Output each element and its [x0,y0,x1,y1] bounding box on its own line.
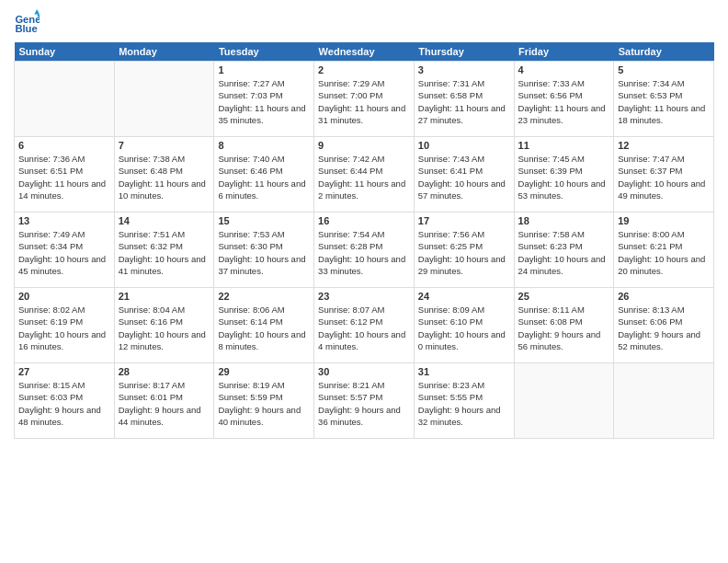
day-number: 18 [518,215,610,226]
calendar-cell: 11Sunrise: 7:45 AM Sunset: 6:39 PM Dayli… [514,137,614,213]
day-info: Sunrise: 7:54 AM Sunset: 6:28 PM Dayligh… [318,228,410,277]
day-number: 25 [518,291,610,302]
calendar-cell: 12Sunrise: 7:47 AM Sunset: 6:37 PM Dayli… [614,137,714,213]
calendar-cell: 1Sunrise: 7:27 AM Sunset: 7:03 PM Daylig… [214,62,314,137]
day-number: 5 [618,64,710,75]
day-number: 9 [318,140,410,151]
day-number: 8 [218,140,310,151]
day-number: 20 [18,291,110,302]
calendar-week-row: 27Sunrise: 8:15 AM Sunset: 6:03 PM Dayli… [15,363,714,439]
day-number: 19 [618,215,710,226]
day-number: 24 [418,291,510,302]
day-info: Sunrise: 8:19 AM Sunset: 5:59 PM Dayligh… [218,379,310,428]
day-number: 31 [418,366,510,377]
calendar-cell: 2Sunrise: 7:29 AM Sunset: 7:00 PM Daylig… [314,62,415,137]
day-info: Sunrise: 8:00 AM Sunset: 6:21 PM Dayligh… [618,228,710,277]
day-number: 29 [218,366,310,377]
header: General Blue [14,9,714,35]
day-info: Sunrise: 8:02 AM Sunset: 6:19 PM Dayligh… [18,304,110,352]
day-number: 17 [418,215,510,226]
day-info: Sunrise: 7:43 AM Sunset: 6:41 PM Dayligh… [418,153,510,201]
logo-icon: General Blue [14,9,40,35]
calendar-cell: 7Sunrise: 7:38 AM Sunset: 6:48 PM Daylig… [114,137,214,213]
weekday-row: SundayMondayTuesdayWednesdayThursdayFrid… [15,42,714,62]
weekday-header: Monday [114,42,214,62]
calendar-cell: 9Sunrise: 7:42 AM Sunset: 6:44 PM Daylig… [314,137,415,213]
day-number: 26 [618,291,710,302]
day-info: Sunrise: 7:51 AM Sunset: 6:32 PM Dayligh… [119,228,210,277]
calendar-cell: 13Sunrise: 7:49 AM Sunset: 6:34 PM Dayli… [15,213,115,288]
weekday-header: Tuesday [214,42,314,62]
day-number: 3 [418,64,510,75]
day-number: 4 [518,64,610,75]
calendar-cell: 23Sunrise: 8:07 AM Sunset: 6:12 PM Dayli… [314,288,415,363]
day-info: Sunrise: 7:42 AM Sunset: 6:44 PM Dayligh… [318,153,410,201]
day-number: 6 [18,140,110,151]
day-number: 11 [518,140,610,151]
calendar-cell: 29Sunrise: 8:19 AM Sunset: 5:59 PM Dayli… [214,363,314,439]
calendar-cell: 4Sunrise: 7:33 AM Sunset: 6:56 PM Daylig… [514,62,614,137]
weekday-header: Sunday [15,42,115,62]
calendar-cell: 24Sunrise: 8:09 AM Sunset: 6:10 PM Dayli… [414,288,514,363]
calendar-cell: 18Sunrise: 7:58 AM Sunset: 6:23 PM Dayli… [514,213,614,288]
calendar-cell [514,363,614,439]
day-info: Sunrise: 8:15 AM Sunset: 6:03 PM Dayligh… [18,379,110,428]
calendar-cell: 14Sunrise: 7:51 AM Sunset: 6:32 PM Dayli… [114,213,214,288]
calendar-cell: 27Sunrise: 8:15 AM Sunset: 6:03 PM Dayli… [15,363,115,439]
day-info: Sunrise: 7:47 AM Sunset: 6:37 PM Dayligh… [618,153,710,201]
calendar-cell [15,62,115,137]
day-number: 15 [218,215,310,226]
day-info: Sunrise: 7:33 AM Sunset: 6:56 PM Dayligh… [518,77,610,126]
day-number: 27 [18,366,110,377]
day-info: Sunrise: 8:04 AM Sunset: 6:16 PM Dayligh… [119,304,210,352]
calendar-cell: 31Sunrise: 8:23 AM Sunset: 5:55 PM Dayli… [414,363,514,439]
day-info: Sunrise: 7:31 AM Sunset: 6:58 PM Dayligh… [418,77,510,126]
day-info: Sunrise: 7:34 AM Sunset: 6:53 PM Dayligh… [618,77,710,126]
day-info: Sunrise: 7:49 AM Sunset: 6:34 PM Dayligh… [18,228,110,277]
day-info: Sunrise: 7:36 AM Sunset: 6:51 PM Dayligh… [18,153,110,201]
calendar-table: SundayMondayTuesdayWednesdayThursdayFrid… [14,42,714,439]
day-number: 7 [119,140,210,151]
logo: General Blue [14,9,43,35]
day-info: Sunrise: 7:56 AM Sunset: 6:25 PM Dayligh… [418,228,510,277]
svg-text:Blue: Blue [15,23,37,34]
calendar-cell: 20Sunrise: 8:02 AM Sunset: 6:19 PM Dayli… [15,288,115,363]
day-number: 22 [218,291,310,302]
day-info: Sunrise: 8:06 AM Sunset: 6:14 PM Dayligh… [218,304,310,352]
calendar-cell [114,62,214,137]
page-container: General Blue SundayMondayTuesdayWednesda… [0,0,728,563]
calendar-cell: 19Sunrise: 8:00 AM Sunset: 6:21 PM Dayli… [614,213,714,288]
day-number: 23 [318,291,410,302]
calendar-week-row: 13Sunrise: 7:49 AM Sunset: 6:34 PM Dayli… [15,213,714,288]
calendar-cell: 8Sunrise: 7:40 AM Sunset: 6:46 PM Daylig… [214,137,314,213]
calendar-cell: 22Sunrise: 8:06 AM Sunset: 6:14 PM Dayli… [214,288,314,363]
day-number: 12 [618,140,710,151]
day-number: 2 [318,64,410,75]
weekday-header: Wednesday [314,42,415,62]
calendar-cell: 3Sunrise: 7:31 AM Sunset: 6:58 PM Daylig… [414,62,514,137]
weekday-header: Thursday [414,42,514,62]
calendar-cell: 16Sunrise: 7:54 AM Sunset: 6:28 PM Dayli… [314,213,415,288]
day-info: Sunrise: 8:09 AM Sunset: 6:10 PM Dayligh… [418,304,510,352]
day-info: Sunrise: 8:13 AM Sunset: 6:06 PM Dayligh… [618,304,710,352]
day-number: 13 [18,215,110,226]
weekday-header: Friday [514,42,614,62]
calendar-week-row: 6Sunrise: 7:36 AM Sunset: 6:51 PM Daylig… [15,137,714,213]
calendar-week-row: 1Sunrise: 7:27 AM Sunset: 7:03 PM Daylig… [15,62,714,137]
calendar-header: SundayMondayTuesdayWednesdayThursdayFrid… [15,42,714,62]
day-number: 10 [418,140,510,151]
day-number: 28 [119,366,210,377]
calendar-cell: 25Sunrise: 8:11 AM Sunset: 6:08 PM Dayli… [514,288,614,363]
calendar-cell: 21Sunrise: 8:04 AM Sunset: 6:16 PM Dayli… [114,288,214,363]
calendar-cell: 17Sunrise: 7:56 AM Sunset: 6:25 PM Dayli… [414,213,514,288]
day-info: Sunrise: 8:23 AM Sunset: 5:55 PM Dayligh… [418,379,510,428]
calendar-cell: 28Sunrise: 8:17 AM Sunset: 6:01 PM Dayli… [114,363,214,439]
day-number: 16 [318,215,410,226]
day-number: 14 [119,215,210,226]
day-info: Sunrise: 7:58 AM Sunset: 6:23 PM Dayligh… [518,228,610,277]
day-info: Sunrise: 7:38 AM Sunset: 6:48 PM Dayligh… [119,153,210,201]
day-info: Sunrise: 7:29 AM Sunset: 7:00 PM Dayligh… [318,77,410,126]
day-info: Sunrise: 8:11 AM Sunset: 6:08 PM Dayligh… [518,304,610,352]
day-number: 21 [119,291,210,302]
day-info: Sunrise: 7:27 AM Sunset: 7:03 PM Dayligh… [218,77,310,126]
